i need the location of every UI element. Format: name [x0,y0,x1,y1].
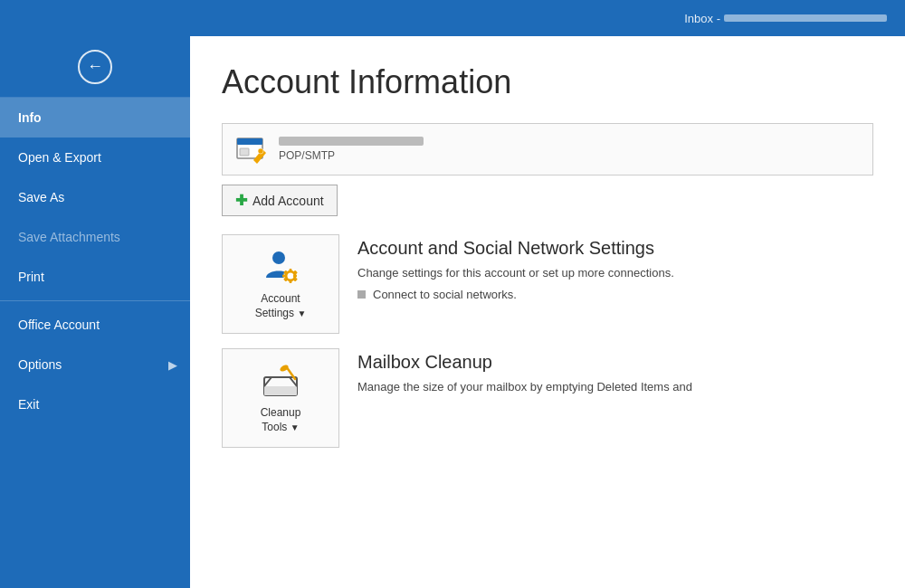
svg-rect-9 [290,280,292,283]
svg-rect-10 [282,275,286,278]
add-account-button[interactable]: ✚ Add Account [222,185,338,216]
main-layout: ← Info Open & Export Save As Save Attach… [0,36,905,588]
svg-rect-2 [240,148,249,156]
bullet-icon [357,290,366,299]
inbox-email-blurred [724,14,887,22]
sidebar-item-info[interactable]: Info [0,98,190,138]
sidebar-item-office-account[interactable]: Office Account [0,305,190,345]
cleanup-tools-title: Mailbox Cleanup [357,352,873,373]
account-settings-label: Account Settings ▼ [255,292,307,320]
cleanup-tools-desc: Manage the size of your mailbox by empty… [357,378,873,396]
svg-rect-17 [264,386,297,395]
sidebar-item-exit[interactable]: Exit [0,384,190,424]
inbox-label: Inbox - [684,12,720,25]
page-title: Account Information [222,63,873,101]
account-name-blurred [279,137,424,146]
svg-point-7 [288,273,294,280]
add-account-label: Add Account [252,194,324,208]
cleanup-tools-card: Cleanup Tools ▼ Mailbox Cleanup Manage t… [222,348,873,448]
sidebar-nav: Info Open & Export Save As Save Attachme… [0,98,190,588]
svg-rect-8 [290,269,292,272]
sidebar: ← Info Open & Export Save As Save Attach… [0,36,190,588]
sidebar-item-save-as[interactable]: Save As [0,177,190,217]
account-settings-card: Account Settings ▼ Account and Social Ne… [222,234,873,334]
account-settings-button[interactable]: Account Settings ▼ [222,234,339,334]
svg-point-19 [279,364,290,373]
sidebar-item-options[interactable]: Options ▶ [0,345,190,384]
account-info: POP/SMTP [279,137,860,162]
plus-icon: ✚ [235,192,247,209]
account-icon [235,133,268,166]
account-settings-desc: Change settings for this account or set … [357,264,873,282]
svg-rect-1 [237,138,262,145]
svg-point-4 [258,148,263,154]
account-settings-text: Account and Social Network Settings Chan… [357,234,873,301]
sidebar-item-print[interactable]: Print [0,257,190,297]
sidebar-item-save-attachments: Save Attachments [0,217,190,257]
account-type: POP/SMTP [279,149,860,162]
content-area: Account Information POP/SMTP ✚ Add Accou… [190,36,905,588]
sidebar-divider [0,300,190,301]
sidebar-item-open-export[interactable]: Open & Export [0,138,190,177]
account-settings-bullet: Connect to social networks. [357,288,873,301]
account-row: POP/SMTP [222,123,873,175]
svg-rect-11 [293,275,297,278]
svg-point-5 [272,251,285,264]
top-bar: Inbox - [0,0,905,36]
back-button[interactable]: ← [0,36,190,98]
cleanup-tools-text: Mailbox Cleanup Manage the size of your … [357,348,873,402]
back-circle-icon: ← [78,50,112,84]
cleanup-tools-label: Cleanup Tools ▼ [261,406,301,434]
cleanup-tools-button[interactable]: Cleanup Tools ▼ [222,348,339,448]
account-settings-title: Account and Social Network Settings [357,238,873,259]
